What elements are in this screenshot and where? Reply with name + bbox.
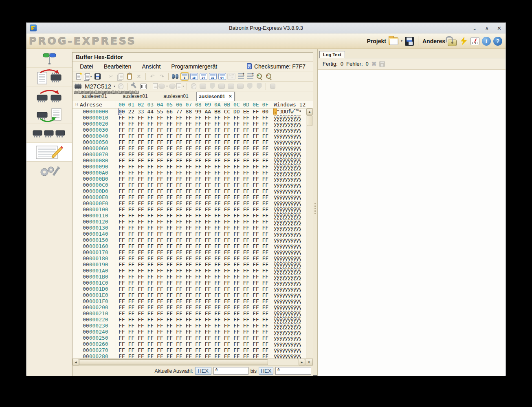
ascii-text[interactable]: ÿÿÿÿÿÿÿÿÿÿÿÿÿÿÿÿ (271, 304, 301, 310)
ascii-text[interactable]: ÿÿÿÿÿÿÿÿÿÿÿÿÿÿÿÿ (271, 298, 301, 304)
hex-byte[interactable]: FF (117, 310, 127, 316)
hex-byte[interactable]: FF (127, 243, 136, 249)
hex-byte[interactable]: FF (203, 133, 213, 139)
group-24-button[interactable]: 24 (199, 72, 207, 80)
protect-button[interactable] (246, 82, 254, 91)
hex-byte[interactable]: FF (213, 274, 222, 280)
unlock-icon[interactable] (448, 40, 457, 46)
hex-byte[interactable]: FF (261, 121, 270, 127)
hex-byte[interactable]: FF (213, 292, 222, 298)
hex-byte[interactable]: FF (222, 261, 232, 268)
hex-byte[interactable]: FF (117, 243, 127, 249)
hex-byte[interactable]: FF (222, 316, 232, 323)
hex-byte[interactable]: FF (213, 170, 222, 176)
hex-byte[interactable]: FF (261, 237, 270, 243)
sidebar-item-settings[interactable] (26, 161, 72, 180)
hex-byte[interactable]: FF (232, 255, 242, 261)
hex-byte[interactable]: FF (127, 292, 136, 298)
hex-byte[interactable]: FF (193, 323, 203, 329)
ascii-text[interactable]: ÿÿÿÿÿÿÿÿÿÿÿÿÿÿÿÿ (271, 133, 301, 139)
hex-byte[interactable]: FF (174, 170, 184, 176)
hex-byte[interactable]: FF (193, 157, 203, 164)
hex-byte[interactable]: FF (165, 243, 175, 249)
hex-byte[interactable]: FF (127, 335, 136, 341)
hex-byte[interactable]: EE (242, 108, 251, 115)
hex-byte[interactable]: FF (136, 268, 146, 274)
hex-byte[interactable]: FF (146, 292, 156, 298)
hex-byte[interactable]: FF (213, 335, 222, 341)
hex-byte[interactable]: FF (127, 280, 136, 286)
hex-byte[interactable]: FF (193, 200, 203, 206)
hex-byte[interactable]: FF (261, 341, 270, 347)
hex-byte[interactable]: FF (184, 255, 194, 261)
hex-byte[interactable]: 77 (174, 108, 184, 115)
hex-byte[interactable]: FF (203, 225, 213, 231)
ascii-text[interactable]: ÿÿÿÿÿÿÿÿÿÿÿÿÿÿÿÿ (271, 151, 301, 157)
hex-byte[interactable]: FF (232, 145, 242, 151)
hex-byte[interactable]: FF (213, 212, 222, 219)
hex-byte[interactable]: FF (213, 261, 222, 268)
hex-byte[interactable]: FF (213, 151, 222, 157)
vertical-scrollbar[interactable]: ▲ (306, 108, 313, 358)
menu-bearbeiten[interactable]: Bearbeiten (104, 63, 132, 70)
hex-byte[interactable]: FF (251, 151, 261, 157)
hex-byte[interactable]: FF (203, 188, 213, 194)
hex-byte[interactable]: FF (251, 206, 261, 212)
ascii-text[interactable]: ÿÿÿÿÿÿÿÿÿÿÿÿÿÿÿÿ (271, 310, 301, 316)
hex-byte[interactable]: FF (193, 188, 203, 194)
hex-byte[interactable]: FF (184, 182, 194, 188)
hex-byte[interactable]: FF (251, 212, 261, 219)
hex-byte[interactable]: FF (155, 316, 165, 323)
hex-byte[interactable]: FF (184, 286, 194, 292)
hex-byte[interactable]: FF (136, 170, 146, 176)
hex-byte[interactable]: FF (174, 316, 184, 323)
hex-byte[interactable]: FF (184, 268, 194, 274)
hex-byte[interactable]: FF (165, 164, 175, 170)
hex-byte[interactable]: FF (193, 231, 203, 237)
hex-byte[interactable]: FF (203, 323, 213, 329)
hex-byte[interactable]: FF (146, 298, 156, 304)
hex-byte[interactable]: FF (222, 176, 232, 182)
hex-byte[interactable]: FF (136, 261, 146, 268)
hex-byte[interactable]: FF (117, 280, 127, 286)
hex-byte[interactable]: FF (165, 255, 175, 261)
hex-byte[interactable]: FF (127, 261, 136, 268)
hex-byte[interactable]: FF (165, 200, 175, 206)
hex-byte[interactable]: FF (232, 274, 242, 280)
hex-byte[interactable]: FF (213, 157, 222, 164)
hex-byte[interactable]: FF (184, 164, 194, 170)
hex-byte[interactable]: FF (117, 200, 127, 206)
hex-byte[interactable]: FF (222, 188, 232, 194)
hex-byte[interactable]: FF (222, 121, 232, 127)
hex-byte[interactable]: FF (193, 133, 203, 139)
hex-byte[interactable]: FF (251, 182, 261, 188)
menu-programmiergeraet[interactable]: Programmiergerät (171, 63, 217, 70)
hex-byte[interactable]: FF (251, 237, 261, 243)
hex-byte[interactable]: FF (203, 261, 213, 268)
hex-byte[interactable]: FF (155, 151, 165, 157)
hex-byte[interactable]: FF (127, 304, 136, 310)
hex-byte[interactable]: 22 (127, 108, 136, 115)
hex-byte[interactable]: FF (251, 335, 261, 341)
hex-byte[interactable]: FF (174, 310, 184, 316)
hex-byte[interactable]: FF (117, 255, 127, 261)
hex-byte[interactable]: FF (213, 323, 222, 329)
hex-byte[interactable]: FF (213, 182, 222, 188)
hex-byte[interactable]: FF (242, 170, 251, 176)
hex-byte[interactable]: FF (232, 121, 242, 127)
hex-byte[interactable]: FF (184, 231, 194, 237)
hex-byte[interactable]: FF (127, 182, 136, 188)
hex-byte[interactable]: FF (203, 176, 213, 182)
hex-byte[interactable]: FF (193, 212, 203, 219)
hex-byte[interactable]: FF (136, 292, 146, 298)
ascii-text[interactable]: ÿÿÿÿÿÿÿÿÿÿÿÿÿÿÿÿ (271, 182, 301, 188)
hex-byte[interactable]: FF (184, 206, 194, 212)
hex-byte[interactable]: FF (222, 243, 232, 249)
hex-byte[interactable]: FF (165, 353, 175, 358)
hex-byte[interactable]: FF (146, 157, 156, 164)
hex-byte[interactable]: FF (165, 304, 175, 310)
hex-byte[interactable]: FF (242, 157, 251, 164)
hex-byte[interactable]: FF (127, 194, 136, 200)
hex-byte[interactable]: FF (261, 127, 270, 133)
hex-byte[interactable]: FF (155, 249, 165, 255)
